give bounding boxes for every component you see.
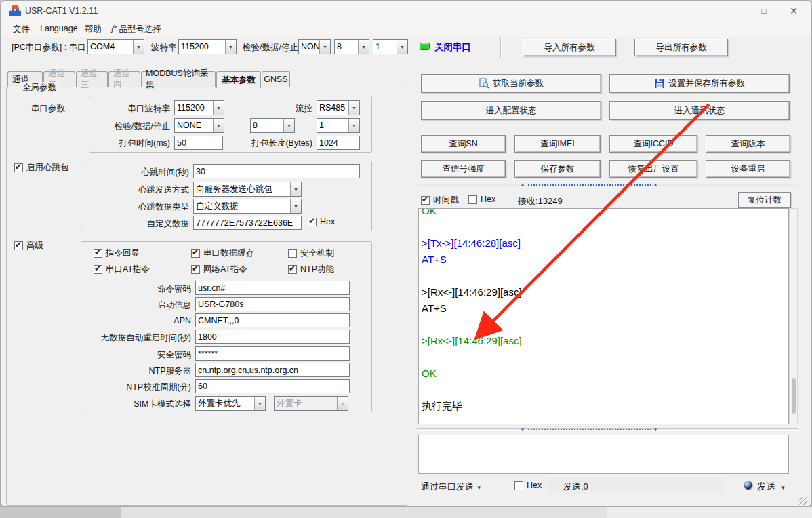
auto-restart-input[interactable] bbox=[195, 330, 350, 344]
ntp-server-input[interactable] bbox=[195, 363, 350, 377]
send-button[interactable]: 发送 ▼ bbox=[757, 481, 786, 493]
ntp-period-input[interactable] bbox=[195, 379, 350, 393]
menu-language[interactable]: Language bbox=[40, 24, 78, 33]
query-iccid-button[interactable]: 查询ICCID bbox=[609, 135, 697, 153]
sim-mode2-select: 外置卡▼ bbox=[274, 396, 348, 411]
checkbox-box bbox=[191, 249, 200, 258]
enter-config-button[interactable]: 进入配置状态 bbox=[421, 101, 601, 120]
apn-input[interactable] bbox=[195, 313, 350, 327]
heartbeat-hex-checkbox[interactable]: Hex bbox=[308, 217, 335, 226]
log-scrollbar-thumb[interactable] bbox=[792, 378, 796, 414]
sent-count: 发送:0 bbox=[563, 481, 588, 493]
set-save-params-button[interactable]: 设置并保存所有参数 bbox=[609, 74, 790, 93]
stopbits-select[interactable]: 1▼ bbox=[373, 39, 408, 54]
checkbox-box bbox=[514, 481, 523, 490]
checkbox-box bbox=[14, 163, 23, 172]
desktop-background bbox=[0, 507, 121, 518]
splitter-arrow-icon[interactable]: ▼ bbox=[520, 427, 525, 433]
reboot-button[interactable]: 设备重启 bbox=[706, 160, 790, 178]
cmd-echo-checkbox[interactable]: 指令回显 bbox=[94, 247, 140, 259]
send-hex-checkbox[interactable]: Hex bbox=[514, 481, 542, 490]
import-params-button[interactable]: 导入所有参数 bbox=[523, 39, 616, 56]
security-password-input[interactable] bbox=[195, 346, 350, 361]
query-sn-button[interactable]: 查询SN bbox=[421, 135, 506, 153]
dropdown-arrow-icon: ▼ bbox=[290, 199, 301, 213]
net-at-checkbox[interactable]: 网络AT指令 bbox=[191, 264, 247, 275]
minimize-button[interactable]: — bbox=[716, 1, 746, 21]
resize-grip[interactable] bbox=[799, 497, 807, 505]
ntp-checkbox[interactable]: NTP功能 bbox=[288, 264, 334, 275]
heartbeat-custom-input[interactable] bbox=[193, 216, 302, 230]
serial-baud-select[interactable]: 115200▼ bbox=[174, 100, 224, 115]
reset-count-button[interactable]: 复位计数 bbox=[738, 192, 791, 208]
checkbox-box bbox=[191, 265, 200, 274]
parity-select[interactable]: NONI▼ bbox=[298, 39, 331, 54]
dropdown-arrow-icon: ▼ bbox=[290, 182, 301, 196]
log-line: AT+S bbox=[422, 252, 788, 268]
heartbeat-type-select[interactable]: 自定义数据▼ bbox=[193, 199, 302, 214]
get-params-button[interactable]: 获取当前参数 bbox=[421, 74, 601, 93]
save-params-button[interactable]: 保存参数 bbox=[514, 160, 601, 178]
splitter-arrow-icon[interactable]: ▲ bbox=[653, 182, 658, 188]
tab-channel-3[interactable]: 通道三 bbox=[76, 71, 108, 87]
boot-info-input[interactable] bbox=[195, 297, 350, 311]
serial-at-checkbox[interactable]: 串口AT指令 bbox=[94, 264, 150, 275]
desktop-background bbox=[121, 507, 607, 518]
baud-select[interactable]: 115200▼ bbox=[178, 39, 237, 54]
splitter-arrow-icon[interactable]: ▼ bbox=[653, 427, 658, 433]
log-line: >[Rx<-][14:46:29][asc] bbox=[422, 284, 788, 300]
doc-search-icon bbox=[479, 78, 489, 89]
boot-info-label: 启动信息 bbox=[84, 300, 191, 311]
heartbeat-mode-label: 心跳发送方式 bbox=[89, 184, 189, 196]
security-checkbox[interactable]: 安全机制 bbox=[288, 247, 334, 259]
sim-mode-select[interactable]: 外置卡优先▼ bbox=[195, 396, 266, 411]
receive-log-area[interactable]: OK >[Tx->][14:46:28][asc]AT+S >[Rx<-][14… bbox=[418, 208, 789, 424]
cmd-password-input[interactable] bbox=[195, 281, 350, 295]
tab-basic-params[interactable]: 基本参数 bbox=[216, 71, 261, 88]
export-params-button[interactable]: 导出所有参数 bbox=[634, 39, 728, 56]
log-scrollbar[interactable] bbox=[789, 208, 798, 424]
log-line bbox=[422, 349, 788, 365]
log-splitter-dots bbox=[528, 184, 651, 186]
query-version-button[interactable]: 查询版本 bbox=[706, 135, 790, 153]
dropdown-arrow-icon: ▼ bbox=[781, 485, 786, 491]
tab-gnss[interactable]: GNSS bbox=[262, 71, 290, 87]
splitter-arrow-icon[interactable]: ▲ bbox=[520, 182, 525, 188]
serial-parity-label: 检验/数据/停止 bbox=[89, 121, 170, 132]
enter-comm-button[interactable]: 进入通讯状态 bbox=[609, 101, 790, 120]
advanced-enable-checkbox[interactable]: 高级 bbox=[14, 240, 43, 252]
sim-mode-label: SIM卡模式选择 bbox=[84, 399, 191, 410]
menu-bar: 文件 Language 帮助 产品型号选择 bbox=[1, 21, 811, 37]
serial-stopbits-select[interactable]: 1▼ bbox=[317, 118, 360, 133]
send-input-area[interactable] bbox=[418, 435, 789, 474]
heartbeat-enable-checkbox[interactable]: 启用心跳包 bbox=[14, 162, 69, 174]
pack-len-input[interactable] bbox=[317, 136, 360, 150]
menu-help[interactable]: 帮助 bbox=[85, 24, 102, 35]
send-via-select[interactable]: 通过串口发送 ▼ bbox=[421, 481, 482, 493]
close-button[interactable]: ✕ bbox=[779, 1, 809, 21]
databits-select[interactable]: 8▼ bbox=[334, 39, 369, 54]
checkbox-box bbox=[94, 249, 102, 258]
query-imei-button[interactable]: 查询IMEI bbox=[514, 135, 601, 153]
tab-channel-4[interactable]: 通道四 bbox=[108, 71, 140, 87]
serial-databits-select[interactable]: 8▼ bbox=[250, 118, 295, 133]
checkbox-box bbox=[94, 265, 102, 274]
pack-time-input[interactable] bbox=[174, 136, 223, 150]
timestamp-checkbox[interactable]: 时间戳 bbox=[421, 195, 459, 206]
log-hex-checkbox[interactable]: Hex bbox=[468, 195, 495, 204]
tab-modbus[interactable]: MODBUS轮询采集 bbox=[141, 71, 216, 87]
heartbeat-time-input[interactable] bbox=[193, 164, 360, 178]
serial-parity-select[interactable]: NONE▼ bbox=[174, 118, 224, 133]
query-signal-button[interactable]: 查信号强度 bbox=[421, 160, 506, 178]
log-line: 执行完毕 bbox=[422, 398, 788, 414]
menu-file[interactable]: 文件 bbox=[13, 24, 30, 35]
com-port-select[interactable]: COM4▼ bbox=[87, 39, 144, 54]
factory-reset-button[interactable]: 恢复出厂设置 bbox=[609, 160, 697, 178]
menu-product-select[interactable]: 产品型号选择 bbox=[110, 24, 161, 35]
maximize-button[interactable]: □ bbox=[749, 1, 779, 21]
close-port-button[interactable]: 关闭串口 bbox=[434, 41, 471, 54]
serial-cache-checkbox[interactable]: 串口数据缓存 bbox=[191, 247, 254, 259]
heartbeat-mode-select[interactable]: 向服务器发送心跳包▼ bbox=[193, 182, 302, 197]
dropdown-arrow-icon: ▼ bbox=[133, 40, 144, 54]
flow-select[interactable]: RS485▼ bbox=[317, 100, 360, 115]
